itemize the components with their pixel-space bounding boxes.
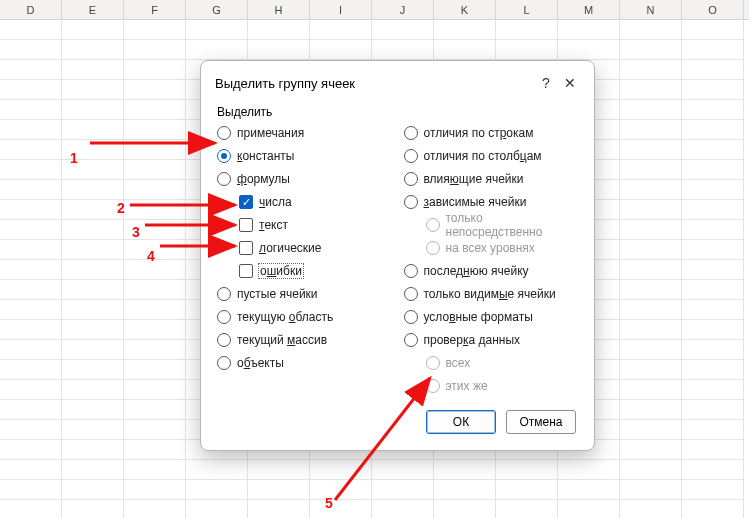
cell[interactable] xyxy=(62,380,124,400)
opt-current-array[interactable]: текущий массив xyxy=(217,330,392,350)
cell[interactable] xyxy=(0,220,62,240)
cell[interactable] xyxy=(0,260,62,280)
opt-cond-formats[interactable]: условные форматы xyxy=(404,307,579,327)
cell[interactable] xyxy=(310,40,372,60)
opt-precedents[interactable]: влияющие ячейки xyxy=(404,169,579,189)
cell[interactable] xyxy=(620,40,682,60)
cell[interactable] xyxy=(186,500,248,518)
cell[interactable] xyxy=(124,400,186,420)
cell[interactable] xyxy=(62,340,124,360)
cell[interactable] xyxy=(0,60,62,80)
cell[interactable] xyxy=(496,460,558,480)
cell[interactable] xyxy=(682,100,744,120)
cell[interactable] xyxy=(620,420,682,440)
cell[interactable] xyxy=(0,140,62,160)
cell[interactable] xyxy=(0,120,62,140)
cell[interactable] xyxy=(0,240,62,260)
cancel-button[interactable]: Отмена xyxy=(506,410,576,434)
cell[interactable] xyxy=(0,160,62,180)
cell[interactable] xyxy=(0,460,62,480)
cell[interactable] xyxy=(620,320,682,340)
cell[interactable] xyxy=(682,280,744,300)
cell[interactable] xyxy=(310,20,372,40)
col-header[interactable]: L xyxy=(496,0,558,19)
cell[interactable] xyxy=(62,240,124,260)
cell[interactable] xyxy=(62,60,124,80)
cell[interactable] xyxy=(620,100,682,120)
cell[interactable] xyxy=(434,40,496,60)
cell[interactable] xyxy=(62,100,124,120)
cell[interactable] xyxy=(682,300,744,320)
cell[interactable] xyxy=(62,440,124,460)
col-header[interactable]: I xyxy=(310,0,372,19)
cell[interactable] xyxy=(682,240,744,260)
cell[interactable] xyxy=(124,220,186,240)
cell[interactable] xyxy=(124,320,186,340)
cell[interactable] xyxy=(124,200,186,220)
cell[interactable] xyxy=(558,480,620,500)
cell[interactable] xyxy=(682,400,744,420)
cell[interactable] xyxy=(62,220,124,240)
cell[interactable] xyxy=(186,40,248,60)
cell[interactable] xyxy=(124,280,186,300)
cell[interactable] xyxy=(124,340,186,360)
cell[interactable] xyxy=(62,320,124,340)
cell[interactable] xyxy=(434,460,496,480)
cell[interactable] xyxy=(124,140,186,160)
cell[interactable] xyxy=(62,120,124,140)
cell[interactable] xyxy=(682,500,744,518)
cell[interactable] xyxy=(620,260,682,280)
col-header[interactable]: H xyxy=(248,0,310,19)
cell[interactable] xyxy=(620,180,682,200)
opt-visible-only[interactable]: только видимые ячейки xyxy=(404,284,579,304)
cell[interactable] xyxy=(682,360,744,380)
cell[interactable] xyxy=(682,40,744,60)
cell[interactable] xyxy=(124,60,186,80)
cell[interactable] xyxy=(682,80,744,100)
cell[interactable] xyxy=(372,20,434,40)
cell[interactable] xyxy=(682,420,744,440)
cell[interactable] xyxy=(62,400,124,420)
cell[interactable] xyxy=(558,20,620,40)
cell[interactable] xyxy=(0,340,62,360)
cell[interactable] xyxy=(620,340,682,360)
col-header[interactable]: K xyxy=(434,0,496,19)
cell[interactable] xyxy=(124,180,186,200)
cell[interactable] xyxy=(0,380,62,400)
cell[interactable] xyxy=(124,120,186,140)
cell[interactable] xyxy=(682,140,744,160)
cell[interactable] xyxy=(310,500,372,518)
cell[interactable] xyxy=(124,240,186,260)
cell[interactable] xyxy=(124,500,186,518)
opt-col-diff[interactable]: отличия по столбцам xyxy=(404,146,579,166)
cell[interactable] xyxy=(372,40,434,60)
col-header[interactable]: O xyxy=(682,0,744,19)
cell[interactable] xyxy=(310,480,372,500)
cell[interactable] xyxy=(62,40,124,60)
cell[interactable] xyxy=(62,460,124,480)
cell[interactable] xyxy=(558,40,620,60)
cell[interactable] xyxy=(682,20,744,40)
opt-constants[interactable]: константы xyxy=(217,146,392,166)
col-header[interactable]: D xyxy=(0,0,62,19)
col-header[interactable]: M xyxy=(558,0,620,19)
cell[interactable] xyxy=(248,40,310,60)
cell[interactable] xyxy=(496,500,558,518)
cell[interactable] xyxy=(0,360,62,380)
cell[interactable] xyxy=(310,460,372,480)
cell[interactable] xyxy=(62,160,124,180)
cell[interactable] xyxy=(0,420,62,440)
cell[interactable] xyxy=(0,200,62,220)
cell[interactable] xyxy=(248,20,310,40)
cell[interactable] xyxy=(124,160,186,180)
cell[interactable] xyxy=(248,500,310,518)
cell[interactable] xyxy=(682,220,744,240)
cell[interactable] xyxy=(682,120,744,140)
cell[interactable] xyxy=(124,460,186,480)
cell[interactable] xyxy=(620,460,682,480)
cell[interactable] xyxy=(558,460,620,480)
cell[interactable] xyxy=(124,20,186,40)
cell[interactable] xyxy=(620,60,682,80)
cell[interactable] xyxy=(434,20,496,40)
chk-text[interactable]: текст xyxy=(217,215,392,235)
